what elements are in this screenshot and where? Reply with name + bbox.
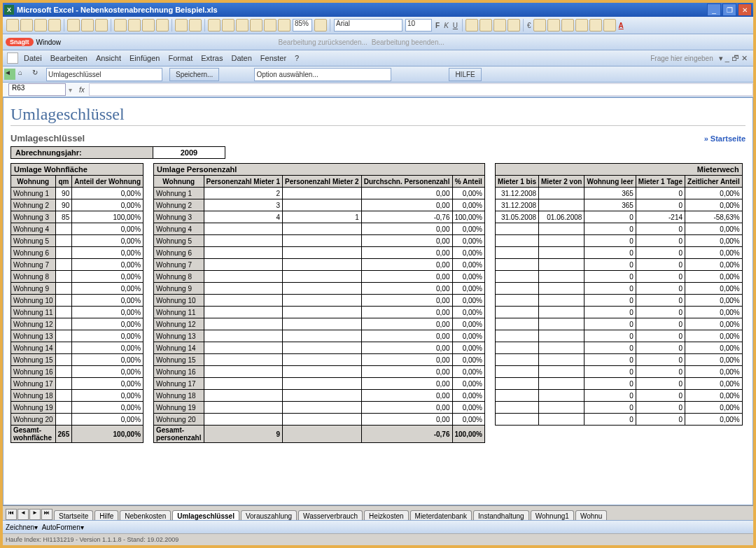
cell[interactable]	[539, 402, 584, 414]
cell[interactable]: Wohnung 5	[11, 235, 56, 247]
percent-icon[interactable]	[533, 19, 546, 31]
table-row[interactable]: Wohnung 50,000,00%	[154, 235, 485, 247]
cell[interactable]	[539, 259, 584, 271]
table-row[interactable]: Wohnung 60,00%	[11, 247, 144, 259]
table-row[interactable]: Wohnung 120,000,00%	[154, 318, 485, 330]
startpage-link[interactable]: » Startseite	[704, 134, 746, 143]
cell[interactable]: 0	[636, 342, 685, 354]
cell[interactable]	[495, 342, 538, 354]
cell[interactable]	[283, 354, 362, 366]
cell[interactable]: 0,00%	[452, 330, 484, 342]
help-icon[interactable]	[314, 19, 327, 31]
cell[interactable]	[283, 366, 362, 378]
cell[interactable]	[539, 414, 584, 426]
table-row[interactable]: Wohnung 80,00%	[11, 271, 144, 283]
cell[interactable]	[539, 247, 584, 259]
cell[interactable]	[204, 402, 283, 414]
cell[interactable]	[283, 271, 362, 283]
cell[interactable]: 0,00%	[72, 271, 144, 283]
cell[interactable]	[55, 354, 72, 366]
cell[interactable]: 0,00%	[685, 307, 743, 318]
cell[interactable]: 0	[584, 402, 636, 414]
comma-icon[interactable]	[547, 19, 560, 31]
cell[interactable]	[495, 259, 538, 271]
menu-extras[interactable]: Extras	[197, 54, 227, 62]
cell[interactable]: 0,00%	[452, 318, 484, 330]
cell[interactable]	[55, 307, 72, 318]
cell[interactable]: 0	[636, 318, 685, 330]
cell[interactable]: 0,00%	[452, 342, 484, 354]
cell[interactable]: 0	[636, 307, 685, 318]
fillcolor-icon[interactable]	[603, 19, 616, 31]
cell[interactable]	[283, 259, 362, 271]
cell[interactable]	[495, 366, 538, 378]
cell[interactable]: 365	[584, 199, 636, 211]
cell[interactable]: 0	[584, 318, 636, 330]
cell[interactable]	[283, 342, 362, 354]
font-dropdown[interactable]: Arial	[334, 19, 402, 31]
cell[interactable]: 365	[584, 188, 636, 199]
cell[interactable]: Wohnung 8	[154, 271, 204, 283]
cell[interactable]	[55, 342, 72, 354]
fontsize-dropdown[interactable]: 10	[405, 19, 432, 31]
cell[interactable]	[55, 318, 72, 330]
cell[interactable]: Wohnung 13	[11, 330, 56, 342]
cell[interactable]	[495, 235, 538, 247]
help-button[interactable]: HILFE	[449, 68, 481, 81]
maximize-button[interactable]: ❐	[722, 3, 736, 16]
cell[interactable]: Wohnung 11	[11, 307, 56, 318]
cell[interactable]	[539, 366, 584, 378]
table-row[interactable]: Wohnung 50,00%	[11, 235, 144, 247]
merge-icon[interactable]	[507, 19, 520, 31]
menu-ansicht[interactable]: Ansicht	[92, 54, 125, 62]
cell[interactable]: 0,00%	[685, 295, 743, 307]
cell[interactable]: 0,00%	[452, 295, 484, 307]
table-row[interactable]: 000,00%	[495, 342, 742, 354]
borders-icon[interactable]	[589, 19, 602, 31]
cell[interactable]: 0,00%	[72, 295, 144, 307]
cell[interactable]: 01.06.2008	[539, 211, 584, 223]
cell[interactable]	[55, 283, 72, 295]
year-value[interactable]: 2009	[153, 146, 225, 159]
table-row[interactable]: Wohnung 130,00%	[11, 330, 144, 342]
cell[interactable]: Wohnung 9	[154, 283, 204, 295]
cell[interactable]: 0	[584, 330, 636, 342]
table-row[interactable]: Wohnung 160,000,00%	[154, 366, 485, 378]
cell[interactable]: 0,00%	[72, 366, 144, 378]
cell[interactable]: 0,00%	[452, 354, 484, 366]
cell[interactable]: Wohnung 8	[11, 271, 56, 283]
currency-button[interactable]: €	[526, 22, 533, 29]
cell[interactable]	[495, 283, 538, 295]
cell[interactable]: 100,00%	[72, 211, 144, 223]
table-row[interactable]: Wohnung 150,000,00%	[154, 354, 485, 366]
cell[interactable]	[539, 295, 584, 307]
cell[interactable]	[539, 199, 584, 211]
format-painter-icon[interactable]	[156, 19, 169, 31]
cell[interactable]: 0,00	[361, 259, 452, 271]
cell[interactable]: 0	[584, 271, 636, 283]
cell[interactable]: 0	[636, 259, 685, 271]
print-icon[interactable]	[67, 19, 80, 31]
align-right-icon[interactable]	[493, 19, 506, 31]
cell[interactable]	[283, 330, 362, 342]
cell[interactable]: 0,00%	[685, 318, 743, 330]
cell[interactable]: 0	[636, 402, 685, 414]
cell[interactable]: Wohnung 14	[154, 342, 204, 354]
cell[interactable]: 0,00%	[685, 271, 743, 283]
cell[interactable]	[283, 283, 362, 295]
cell[interactable]: 100,00%	[452, 211, 484, 223]
cell[interactable]: Wohnung 1	[11, 188, 56, 199]
preview-icon[interactable]	[81, 19, 94, 31]
cell[interactable]	[283, 318, 362, 330]
cell[interactable]: Wohnung 10	[154, 295, 204, 307]
cell[interactable]: 31.12.2008	[495, 199, 538, 211]
cell[interactable]: 0,00%	[72, 378, 144, 390]
cell[interactable]	[495, 390, 538, 402]
cell[interactable]	[55, 402, 72, 414]
cell[interactable]: 0	[636, 283, 685, 295]
cell[interactable]: 0,00%	[685, 402, 743, 414]
menu-einfügen[interactable]: Einfügen	[125, 54, 164, 62]
cell[interactable]: -58,63%	[685, 211, 743, 223]
cell[interactable]	[539, 390, 584, 402]
cell[interactable]	[204, 414, 283, 426]
